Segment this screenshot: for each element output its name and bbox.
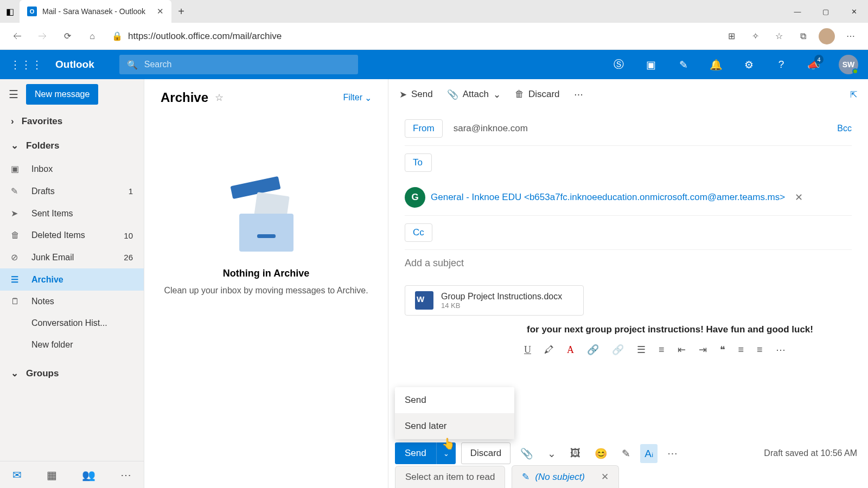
format-more-icon[interactable]: ⋯	[776, 344, 786, 356]
help-icon[interactable]: ?	[769, 53, 793, 76]
toolbar-discard-button[interactable]: 🗑Discard	[515, 89, 560, 100]
bullet-list-icon[interactable]: ☰	[637, 344, 646, 356]
toolbar-attach-button[interactable]: 📎Attach ⌄	[447, 89, 501, 100]
folder-deleted[interactable]: 🗑Deleted Items10	[0, 224, 144, 246]
new-message-button[interactable]: New message	[26, 84, 98, 105]
more-modules-icon[interactable]: ⋯	[120, 468, 131, 481]
align-left-icon[interactable]: ≡	[738, 344, 744, 356]
number-list-icon[interactable]: ≡	[659, 344, 665, 356]
remove-recipient-icon[interactable]: ✕	[795, 191, 803, 203]
folder-drafts[interactable]: ✎Drafts1	[0, 180, 144, 202]
attachment-chip[interactable]: Group Project Instructions.docx 14 KB	[405, 285, 584, 316]
draft-tab[interactable]: ✎(No subject)✕	[512, 465, 619, 488]
notification-badge: 4	[814, 55, 824, 64]
extensions-icon[interactable]: ⊞	[720, 25, 742, 47]
skype-icon[interactable]: Ⓢ	[607, 53, 630, 76]
favorites-section[interactable]: › Favorites	[0, 110, 144, 133]
to-field[interactable]: To G General - Inknoe EDU <b653a7fc.inkn…	[405, 146, 852, 216]
attach-dropdown-icon[interactable]: ⌄	[543, 447, 560, 460]
folder-archive[interactable]: ☰Archive	[0, 268, 144, 291]
browser-menu-icon[interactable]: ⋯	[840, 25, 861, 47]
favorite-star-icon[interactable]: ☆	[215, 92, 224, 104]
underline-icon[interactable]: U	[524, 344, 531, 356]
outlook-add-icon[interactable]: ✎	[672, 53, 695, 76]
folders-section[interactable]: ⌄ Folders	[0, 133, 144, 158]
empty-state: Nothing in Archive Clean up your inbox b…	[144, 111, 388, 488]
insert-image-icon[interactable]: 🖼	[566, 447, 585, 459]
presence-indicator	[852, 68, 858, 74]
toolbar-more-icon[interactable]: ⋯	[574, 89, 583, 100]
teams-icon[interactable]: ▣	[639, 53, 663, 76]
calendar-module-icon[interactable]: ▦	[47, 468, 57, 481]
folder-notes[interactable]: 🗒Notes	[0, 291, 144, 312]
groups-section[interactable]: ⌄ Groups	[0, 361, 144, 386]
recipient-pill[interactable]: G General - Inknoe EDU <b653a7fc.inknoee…	[405, 187, 852, 208]
favorites-icon[interactable]: ☆	[768, 25, 790, 47]
new-tab-button[interactable]: +	[171, 5, 191, 18]
emoji-icon[interactable]: 😊	[590, 447, 612, 460]
new-folder-button[interactable]: New folder	[0, 334, 144, 356]
subject-field[interactable]	[405, 250, 852, 277]
notifications-icon[interactable]: 🔔	[704, 53, 728, 76]
refresh-button[interactable]: ⟳	[56, 25, 78, 47]
action-more-icon[interactable]: ⋯	[663, 447, 682, 460]
reading-pane-tab[interactable]: Select an item to read	[395, 466, 505, 488]
chevron-down-icon: ⌄	[493, 89, 501, 100]
align-center-icon[interactable]: ≡	[757, 344, 763, 356]
folder-junk[interactable]: ⊘Junk Email26	[0, 246, 144, 268]
announcements-icon[interactable]: 📣4	[802, 53, 826, 76]
settings-icon[interactable]: ⚙	[737, 53, 761, 76]
folder-inbox[interactable]: ▣Inbox	[0, 158, 144, 180]
window-maximize-button[interactable]: ▢	[812, 0, 840, 23]
user-avatar[interactable]: SW	[839, 55, 858, 74]
toolbar-send-button[interactable]: ➤Send	[399, 89, 433, 100]
search-input[interactable]	[144, 60, 350, 69]
collections-icon[interactable]: ⧉	[792, 25, 814, 47]
discard-button[interactable]: Discard	[461, 442, 511, 464]
send-now-option[interactable]: Send	[395, 387, 514, 413]
bcc-button[interactable]: Bcc	[837, 124, 852, 133]
signature-edit-icon[interactable]: ✎	[617, 447, 635, 460]
home-button[interactable]: ⌂	[81, 25, 103, 47]
send-later-option[interactable]: Send later	[395, 413, 514, 439]
back-button[interactable]: 🡠	[7, 25, 28, 47]
search-box[interactable]: 🔍	[119, 55, 358, 74]
highlight-icon[interactable]: 🖍	[544, 344, 554, 356]
chevron-down-icon: ⌄	[11, 140, 18, 151]
folder-conversation-history[interactable]: Conversation Hist...	[0, 312, 144, 334]
favorites-add-icon[interactable]: ✧	[744, 25, 766, 47]
app-name[interactable]: Outlook	[55, 59, 94, 70]
app-launcher-icon[interactable]: ⋮⋮⋮	[5, 58, 47, 71]
to-label[interactable]: To	[405, 153, 432, 172]
browser-tab[interactable]: O Mail - Sara Wanasek - Outlook ✕	[20, 0, 171, 23]
indent-icon[interactable]: ⇥	[699, 344, 707, 356]
outdent-icon[interactable]: ⇤	[678, 344, 686, 356]
from-label[interactable]: From	[405, 119, 443, 138]
window-close-button[interactable]: ✕	[840, 0, 868, 23]
cc-label[interactable]: Cc	[405, 223, 432, 242]
formatting-toggle-icon[interactable]: Aᵢ	[640, 444, 658, 463]
close-tab-icon[interactable]: ✕	[601, 471, 609, 483]
people-module-icon[interactable]: 👥	[82, 468, 95, 481]
folder-sent[interactable]: ➤Sent Items	[0, 202, 144, 224]
attach-icon[interactable]: 📎	[516, 447, 538, 460]
quote-icon[interactable]: ❝	[720, 344, 725, 356]
cc-field[interactable]: Cc	[405, 216, 852, 250]
link-icon[interactable]: 🔗	[587, 344, 599, 356]
unlink-icon[interactable]: 🔗	[612, 344, 624, 356]
address-bar[interactable]: 🔒 https://outlook.office.com/mail/archiv…	[106, 31, 717, 42]
chevron-right-icon: ›	[11, 116, 14, 127]
filter-dropdown[interactable]: Filter ⌄	[343, 93, 372, 103]
window-minimize-button[interactable]: —	[783, 0, 812, 23]
hamburger-icon[interactable]: ☰	[7, 86, 21, 103]
mail-module-icon[interactable]: ✉	[12, 468, 22, 481]
subject-input[interactable]	[405, 258, 852, 269]
send-button[interactable]: Send	[395, 442, 436, 464]
message-body[interactable]: for your next group project instructions…	[405, 324, 852, 335]
browser-toolbar: 🡠 🡢 ⟳ ⌂ 🔒 https://outlook.office.com/mai…	[0, 23, 868, 50]
junk-icon: ⊘	[11, 252, 23, 262]
popout-icon[interactable]: ⇱	[850, 89, 857, 100]
tab-close-icon[interactable]: ✕	[157, 7, 164, 16]
font-color-icon[interactable]: A	[567, 344, 574, 356]
profile-avatar[interactable]	[816, 25, 838, 47]
